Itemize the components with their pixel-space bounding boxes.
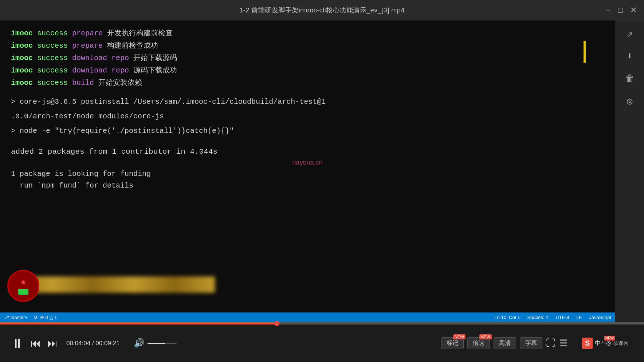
funding-section: 1 package is looking for funding run `np… [11,168,608,192]
progress-bar[interactable] [0,322,644,324]
encoding: UTF-8 [555,315,569,320]
delete-icon[interactable]: 🗑 [625,73,635,84]
quality-button[interactable]: 高清 [494,337,516,349]
volume-icon[interactable]: 🔊 [134,338,145,349]
mark-new-badge: NEW [453,334,466,339]
logo-circle: ★ [7,270,39,302]
brand-new-badge: NEW 中·º·◎ [595,339,611,347]
language-mode: JavaScript [589,315,611,320]
terminal-line-1: imooc success prepare 开发执行构建前检查 [11,28,608,39]
player-controls: ⏸ ⏮ ⏭ 00:04:04 / 00:09:21 🔊 NEW 标记 NEW 倍… [0,324,644,362]
player-bar: ⏸ ⏮ ⏭ 00:04:04 / 00:09:21 🔊 NEW 标记 NEW 倍… [0,322,644,362]
download-icon[interactable]: ⬇ [627,50,633,62]
next-button[interactable]: ⏭ [47,337,58,349]
status-right: Ln 10, Col 1 Spaces: 2 UTF-8 LF JavaScri… [494,315,611,320]
right-sidebar: ⇗ ⬇ 🗑 ◎ [615,20,644,322]
spaces-setting: Spaces: 2 [527,315,548,320]
terminal-line-5: imooc success build 开始安装依赖 [11,77,608,89]
right-player-controls: NEW 标记 NEW 倍速 高清 字幕 ⛶ ☰ [441,337,568,349]
subtitle-button[interactable]: 字幕 [520,337,542,349]
terminal-line-3: imooc success download repo 开始下载源码 [11,52,608,64]
volume-fill [148,343,165,344]
progress-fill [0,322,277,324]
brand-logo: S [582,338,593,349]
current-time: 00:04:04 / 00:09:21 [66,340,120,347]
close-button[interactable]: ✕ [630,6,637,14]
title-bar: 1-2 前端研发脚手架imooc-cli核心功能演示_ev_[3].mp4 − … [0,0,644,20]
timeline-marker [584,41,586,63]
error-count: ↺ ⊗ 0 △ 1 [34,315,57,320]
volume-slider[interactable] [148,343,177,344]
terminal-line-2: imooc success prepare 构建前检查成功 [11,40,608,52]
speed-button[interactable]: NEW 倍速 [467,337,490,349]
terminal-output: imooc success prepare 开发执行构建前检查 imooc su… [0,20,615,199]
pause-button[interactable]: ⏸ [11,336,24,351]
funding-line-2: run `npm fund` for details [11,180,608,192]
previous-button[interactable]: ⏮ [31,337,41,349]
logo-badge [18,289,28,295]
menu-button[interactable]: ☰ [559,338,568,349]
censored-bar [11,276,215,293]
line-ending: LF [576,315,582,320]
main-video-area: imooc success prepare 开发执行构建前检查 imooc su… [0,20,615,322]
window-title: 1-2 前端研发脚手架imooc-cli核心功能演示_ev_[3].mp4 [239,6,405,15]
prompt-line-1: > core-js@3.6.5 postinstall /Users/sam/.… [11,96,608,108]
minimize-button[interactable]: − [606,6,611,14]
prompt-line-2: .0.0/arch-test/node_modules/core-js [11,111,608,122]
volume-control: 🔊 [134,338,177,349]
git-branch: ⎇ master+ [4,315,28,320]
fullscreen-button[interactable]: ⛶ [546,338,555,349]
share-icon[interactable]: ⇗ [627,28,633,39]
terminal-line-4: imooc success download repo 源码下载成功 [11,65,608,76]
brand-area: S NEW 中·º·◎ 慕课网 [578,336,633,350]
status-bar: ⎇ master+ ↺ ⊗ 0 △ 1 Ln 10, Col 1 Spaces:… [0,312,615,322]
cursor-position: Ln 10, Col 1 [494,315,520,320]
brand-extra: 慕课网 [613,340,629,347]
maximize-button[interactable]: □ [618,6,623,14]
speed-new-badge: NEW [479,334,492,339]
mark-button[interactable]: NEW 标记 [441,337,464,349]
star-icon: ★ [20,277,27,287]
window-controls: − □ ✕ [606,6,637,14]
added-packages-line: added 2 packages from 1 contributor in 4… [11,146,608,158]
progress-thumb[interactable] [274,321,279,326]
info-icon[interactable]: ◎ [627,95,633,107]
funding-line-1: 1 package is looking for funding [11,168,608,180]
prompt-line-3: > node -e "try{require('./postinstall')}… [11,125,608,137]
